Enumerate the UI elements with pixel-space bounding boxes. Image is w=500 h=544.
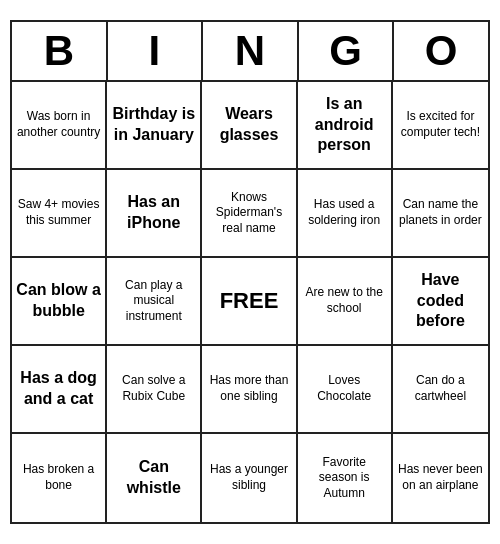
bingo-cell[interactable]: Favorite season is Autumn [298, 434, 393, 522]
bingo-cell[interactable]: Has more than one sibling [202, 346, 297, 434]
bingo-header: BINGO [12, 22, 488, 82]
bingo-cell[interactable]: Knows Spiderman's real name [202, 170, 297, 258]
bingo-cell[interactable]: Can do a cartwheel [393, 346, 488, 434]
bingo-cell[interactable]: Can whistle [107, 434, 202, 522]
bingo-cell[interactable]: Can solve a Rubix Cube [107, 346, 202, 434]
bingo-grid: Was born in another countryBirthday is i… [12, 82, 488, 522]
bingo-cell[interactable]: Has a younger sibling [202, 434, 297, 522]
bingo-card: BINGO Was born in another countryBirthda… [10, 20, 490, 524]
bingo-cell[interactable]: Birthday is in January [107, 82, 202, 170]
bingo-cell[interactable]: Was born in another country [12, 82, 107, 170]
bingo-cell[interactable]: Loves Chocolate [298, 346, 393, 434]
bingo-cell[interactable]: Has a dog and a cat [12, 346, 107, 434]
bingo-cell[interactable]: Has never been on an airplane [393, 434, 488, 522]
header-letter: I [108, 22, 204, 80]
bingo-cell[interactable]: Are new to the school [298, 258, 393, 346]
bingo-cell[interactable]: FREE [202, 258, 297, 346]
bingo-cell[interactable]: Has an iPhone [107, 170, 202, 258]
bingo-cell[interactable]: Saw 4+ movies this summer [12, 170, 107, 258]
header-letter: O [394, 22, 488, 80]
bingo-cell[interactable]: Is excited for computer tech! [393, 82, 488, 170]
bingo-cell[interactable]: Can play a musical instrument [107, 258, 202, 346]
bingo-cell[interactable]: Can name the planets in order [393, 170, 488, 258]
bingo-cell[interactable]: Is an android person [298, 82, 393, 170]
header-letter: N [203, 22, 299, 80]
bingo-cell[interactable]: Has broken a bone [12, 434, 107, 522]
bingo-cell[interactable]: Has used a soldering iron [298, 170, 393, 258]
bingo-cell[interactable]: Have coded before [393, 258, 488, 346]
bingo-cell[interactable]: Can blow a bubble [12, 258, 107, 346]
bingo-cell[interactable]: Wears glasses [202, 82, 297, 170]
header-letter: G [299, 22, 395, 80]
header-letter: B [12, 22, 108, 80]
